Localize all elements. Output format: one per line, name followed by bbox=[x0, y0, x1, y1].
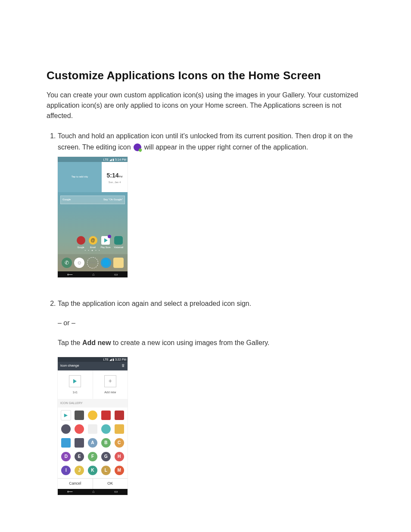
google-search-bar[interactable]: Google Say "Ok Google" bbox=[60, 196, 125, 204]
gallery-letter-m[interactable]: M bbox=[115, 466, 124, 475]
gallery-icon[interactable] bbox=[75, 411, 84, 420]
gallery-icon[interactable] bbox=[75, 438, 84, 448]
gallery-letter-d[interactable]: D bbox=[61, 452, 71, 461]
gallery-letter-l[interactable]: L bbox=[101, 466, 111, 475]
icon-change-header: Icon change 🗑 bbox=[58, 362, 128, 370]
step-1-text-b: will appear in the upper right corner of… bbox=[144, 143, 308, 151]
app-play-store[interactable]: Play Store bbox=[101, 236, 111, 249]
nav-home-icon[interactable]: ⌂ bbox=[92, 271, 94, 277]
dock: ✆ ☺ ⋯ 🌐 bbox=[58, 254, 128, 271]
nav-bar-2: ⟵ ⌂ ▭ bbox=[58, 489, 128, 495]
editing-icon bbox=[134, 143, 141, 151]
clock-date: Sun, Jan 4 bbox=[109, 180, 121, 185]
icon-gallery-grid: ▶ A B C D E F bbox=[58, 408, 128, 478]
gallery-letter-b[interactable]: B bbox=[101, 438, 111, 448]
step-2-text: Tap the application icon again and selec… bbox=[58, 300, 251, 307]
cancel-button[interactable]: Cancel bbox=[58, 479, 93, 489]
gallery-icon[interactable] bbox=[101, 411, 111, 420]
gallery-icon[interactable]: ▶ bbox=[61, 410, 71, 420]
gallery-letter-j[interactable]: J bbox=[75, 466, 84, 475]
gallery-icon[interactable] bbox=[61, 424, 71, 434]
search-logo: Google bbox=[62, 198, 71, 202]
nav-recent-icon[interactable]: ▭ bbox=[114, 271, 118, 277]
status-network-2: LTE bbox=[103, 357, 109, 362]
status-time-2: 3:22 PM bbox=[115, 357, 126, 362]
signal-icon: ◢ bbox=[109, 157, 112, 162]
page-indicator: • • ● • • bbox=[58, 249, 128, 253]
ok-button[interactable]: OK bbox=[93, 479, 128, 489]
intro-paragraph: You can create your own custom applicati… bbox=[47, 90, 368, 121]
weather-prompt: Tap to add city bbox=[72, 175, 88, 179]
option-add-new[interactable]: + Add new bbox=[93, 370, 128, 399]
status-bar: LTE ◢ ▮ 5:14 PM bbox=[58, 157, 128, 162]
status-time: 5:14 PM bbox=[115, 157, 126, 162]
battery-icon: ▮ bbox=[112, 157, 114, 162]
gallery-icon[interactable] bbox=[101, 424, 111, 434]
nav-home-icon[interactable]: ⌂ bbox=[92, 488, 94, 495]
nav-bar: ⟵ ⌂ ▭ bbox=[58, 271, 128, 277]
gallery-icon[interactable] bbox=[61, 438, 71, 448]
gallery-letter-e[interactable]: E bbox=[75, 452, 84, 461]
clock-widget[interactable]: 5:14PM Sun, Jan 4 bbox=[102, 162, 128, 192]
step-2b: Tap the Add new to create a new icon usi… bbox=[58, 337, 368, 348]
gallery-letter-g[interactable]: G bbox=[101, 452, 111, 461]
gallery-icon[interactable] bbox=[115, 411, 124, 420]
page-heading: Customize Applications Icons on the Home… bbox=[47, 69, 368, 82]
gallery-icon[interactable] bbox=[115, 424, 124, 434]
gallery-letter-i[interactable]: I bbox=[61, 466, 71, 475]
trash-icon[interactable]: 🗑 bbox=[121, 363, 125, 369]
nav-recent-icon[interactable]: ▭ bbox=[114, 488, 118, 495]
weather-widget[interactable]: Tap to add city bbox=[58, 162, 102, 192]
app-voicemail[interactable]: Voicemail bbox=[114, 236, 123, 249]
gallery-letter-c[interactable]: C bbox=[115, 438, 124, 448]
gallery-icon[interactable] bbox=[88, 411, 97, 420]
status-bar-2: LTE ◢ ▮ 3:22 PM bbox=[58, 357, 128, 362]
battery-icon-2: ▮ bbox=[112, 357, 114, 362]
app-email[interactable]: @ Email bbox=[89, 236, 97, 249]
dock-messaging[interactable] bbox=[113, 258, 124, 268]
dock-contacts[interactable]: ☺ bbox=[74, 258, 84, 268]
dock-apps[interactable]: ⋯ bbox=[87, 257, 98, 268]
gallery-letter-k[interactable]: K bbox=[88, 466, 97, 475]
home-screen-screenshot: LTE ◢ ▮ 5:14 PM Tap to add city 5:14PM S… bbox=[58, 157, 128, 277]
status-network: LTE bbox=[103, 157, 109, 162]
app-google[interactable]: Google bbox=[77, 236, 85, 249]
gallery-icon[interactable] bbox=[88, 424, 97, 434]
dock-browser[interactable]: 🌐 bbox=[101, 258, 111, 268]
nav-back-icon[interactable]: ⟵ bbox=[67, 271, 73, 277]
gallery-icon[interactable] bbox=[75, 424, 84, 434]
header-title: Icon change bbox=[60, 363, 79, 369]
clock-time: 5:14 bbox=[106, 172, 118, 179]
dock-phone[interactable]: ✆ bbox=[62, 258, 72, 268]
step-1: Touch and hold an application icon until… bbox=[58, 131, 368, 292]
icon-change-screenshot: LTE ◢ ▮ 3:22 PM Icon change 🗑 1x1 + bbox=[58, 357, 128, 495]
edit-badge-icon bbox=[108, 235, 111, 238]
option-1x1[interactable]: 1x1 bbox=[58, 370, 93, 399]
icon-gallery-label: ICON GALLERY bbox=[58, 399, 128, 407]
signal-icon-2: ◢ bbox=[109, 357, 112, 362]
or-text: – or – bbox=[58, 317, 368, 329]
step-2: Tap the application icon again and selec… bbox=[58, 298, 368, 495]
search-hint: Say "Ok Google" bbox=[103, 198, 123, 202]
gallery-letter-f[interactable]: F bbox=[88, 452, 97, 461]
gallery-letter-a[interactable]: A bbox=[88, 438, 97, 448]
gallery-letter-h[interactable]: H bbox=[115, 452, 124, 461]
nav-back-icon[interactable]: ⟵ bbox=[67, 488, 73, 495]
clock-ampm: PM bbox=[119, 175, 123, 178]
